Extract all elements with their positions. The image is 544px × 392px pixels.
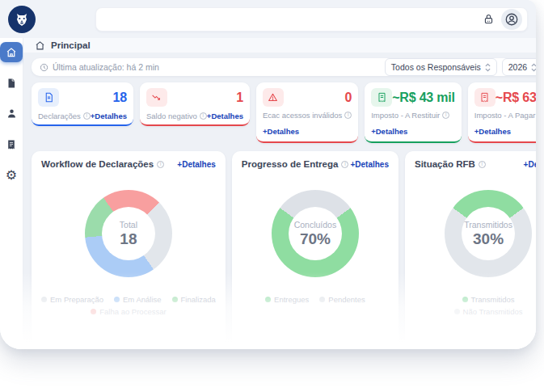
- kpi-label: Imposto - A Pagar: [474, 111, 536, 120]
- legend-dot: [265, 297, 271, 302]
- donut-center-value: 18: [120, 230, 137, 248]
- info-icon[interactable]: [479, 161, 486, 168]
- chart-legend: Transmitidos Não Transmitidos: [415, 295, 536, 316]
- kpi-label: Imposto - A Restituir: [371, 111, 449, 120]
- kpi-card-imposto-pagar[interactable]: ~R$ 638 mil Imposto - A Pagar +Detalhes: [468, 82, 536, 143]
- sidebar-item-settings[interactable]: ⚙: [0, 165, 23, 185]
- kpi-value: 1: [236, 91, 243, 105]
- donut-chart-progresso[interactable]: Concluídos 70%: [272, 190, 359, 277]
- responsible-select[interactable]: Todos os Responsáveis: [385, 58, 497, 76]
- search-bar[interactable]: [95, 7, 528, 32]
- legend-dot: [462, 297, 468, 302]
- kpi-card-saldo-negativo[interactable]: 1 Saldo negativo +Detalhes: [140, 82, 250, 126]
- details-link[interactable]: +Detalhes: [207, 112, 243, 120]
- details-link[interactable]: +Detalhes: [474, 127, 511, 136]
- charts-row: Workflow de Declarações +Detalhes Total …: [32, 151, 536, 349]
- donut-center-value: 30%: [473, 230, 504, 248]
- details-link[interactable]: +Detalhes: [177, 160, 216, 169]
- kpi-value: 18: [113, 91, 127, 105]
- legend-item: Não Transmitidos: [454, 307, 523, 316]
- receipt-icon: [474, 88, 496, 107]
- clock-icon: [40, 63, 48, 72]
- info-icon[interactable]: [344, 112, 352, 119]
- kpi-card-imposto-restituir[interactable]: ~R$ 43 mil Imposto - A Restituir +Detalh…: [365, 82, 462, 143]
- year-select[interactable]: 2026: [502, 58, 536, 76]
- legend-dot: [114, 297, 120, 302]
- kpi-row: 18 Declarações +Detalhes: [32, 82, 536, 143]
- legend-dot: [91, 309, 96, 314]
- sidebar-item-receipts[interactable]: [0, 134, 23, 154]
- lock-icon[interactable]: [483, 13, 495, 25]
- chart-legend: Em Preparação Em Análise Finalizada: [41, 295, 216, 316]
- receipt-icon: [6, 139, 17, 150]
- donut-chart-workflow[interactable]: Total 18: [85, 190, 172, 277]
- sidebar-item-documents[interactable]: [0, 73, 23, 93]
- user-icon: [6, 107, 18, 120]
- donut-center: Concluídos 70%: [289, 207, 342, 260]
- legend-dot: [454, 309, 460, 314]
- info-icon[interactable]: [157, 161, 164, 168]
- breadcrumb: Principal: [23, 38, 536, 53]
- details-link[interactable]: +Detalhes: [91, 112, 127, 120]
- chart-legend: Entregues Pendentes: [242, 295, 389, 304]
- responsible-select-value: Todos os Responsáveis: [391, 62, 481, 72]
- info-icon[interactable]: [442, 112, 449, 119]
- trend-down-icon: [146, 88, 167, 107]
- search-input[interactable]: [101, 8, 476, 31]
- home-icon: [35, 40, 45, 51]
- home-icon: [6, 47, 17, 58]
- kpi-card-ecac-acessos[interactable]: 0 Ecac acessos inválidos +Detalhes: [256, 82, 358, 143]
- legend-item: Finalizada: [172, 295, 216, 304]
- donut-center-label: Concluídos: [294, 220, 337, 230]
- filter-bar: Última atualização: há 2 min Todos os Re…: [32, 58, 536, 76]
- chevron-updown-icon: [531, 63, 536, 72]
- chart-title: Situação RFB: [415, 159, 475, 169]
- kpi-label: Ecac acessos inválidos: [263, 111, 352, 120]
- kpi-value: 0: [345, 91, 352, 105]
- info-icon[interactable]: [200, 112, 207, 120]
- chart-card-progresso: Progresso de Entrega +Detalhes Concluído…: [232, 151, 399, 349]
- donut-chart-situacao-rfb[interactable]: Transmitidos 30%: [445, 190, 532, 277]
- sidebar-item-users[interactable]: [0, 103, 23, 124]
- sidebar-item-home[interactable]: [0, 42, 23, 62]
- legend-dot: [319, 297, 325, 302]
- account-icon[interactable]: [501, 9, 522, 30]
- page-title: Principal: [51, 40, 91, 50]
- last-update-text: Última atualização: há 2 min: [53, 62, 159, 72]
- legend-item: Falha ao Processar: [91, 307, 166, 316]
- info-icon[interactable]: [83, 112, 91, 120]
- info-icon[interactable]: [341, 161, 348, 168]
- details-link[interactable]: +Detalhes: [371, 127, 407, 136]
- chevron-updown-icon: [485, 63, 491, 72]
- legend-item: Transmitidos: [462, 295, 515, 304]
- legend-item: Pendentes: [319, 295, 365, 304]
- document-icon: [38, 88, 59, 107]
- kpi-label: Saldo negativo: [146, 112, 207, 120]
- donut-center-label: Transmitidos: [464, 220, 512, 230]
- legend-item: Em Análise: [114, 295, 162, 304]
- top-bar: [0, 0, 536, 38]
- kpi-card-declaracoes[interactable]: 18 Declarações +Detalhes: [32, 82, 133, 126]
- kpi-value: ~R$ 43 mil: [392, 91, 455, 105]
- kpi-value: ~R$ 638 mil: [496, 91, 536, 105]
- donut-center-label: Total: [120, 220, 137, 230]
- app-window: ⚙ Principal: [0, 0, 536, 349]
- sidebar: ⚙: [0, 38, 23, 349]
- details-link[interactable]: +Detalhes: [524, 160, 536, 169]
- main-content: Principal Última atualização: há 2 min T…: [23, 38, 536, 349]
- year-select-value: 2026: [508, 62, 527, 72]
- kpi-label: Declarações: [38, 112, 91, 120]
- gear-icon: ⚙: [6, 169, 17, 182]
- document-icon: [6, 78, 17, 89]
- receipt-icon: [371, 88, 392, 107]
- chart-title: Progresso de Entrega: [242, 159, 339, 169]
- chart-card-situacao-rfb: Situação RFB +Detalhes Transmitidos 30%: [405, 151, 536, 349]
- details-link[interactable]: +Detalhes: [350, 160, 389, 169]
- legend-item: Entregues: [265, 295, 309, 304]
- donut-center: Transmitidos 30%: [462, 207, 515, 260]
- chart-title: Workflow de Declarações: [41, 159, 154, 169]
- warning-icon: [263, 88, 284, 107]
- details-link[interactable]: +Detalhes: [263, 127, 299, 136]
- donut-center: Total 18: [102, 207, 155, 260]
- lion-logo-icon[interactable]: [8, 6, 36, 33]
